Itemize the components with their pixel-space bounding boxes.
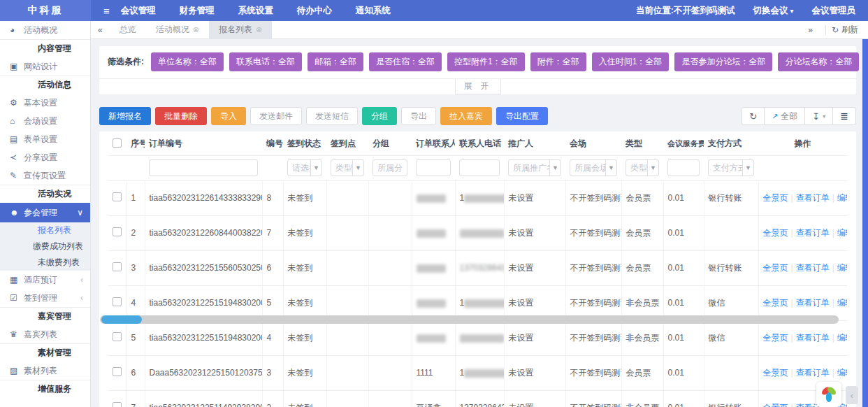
panorama-page-link[interactable]: 全景页 bbox=[763, 193, 788, 203]
sidebar-header-guest-management[interactable]: 嘉宾管理 bbox=[0, 307, 90, 325]
view-order-link[interactable]: 查看订单 bbox=[796, 333, 830, 343]
sidebar-header-material-management[interactable]: 素材管理 bbox=[0, 343, 90, 362]
tab-close-icon[interactable]: ⊗ bbox=[256, 25, 262, 34]
batch-delete-button[interactable]: 批量删除 bbox=[155, 107, 207, 125]
brand-float-button[interactable] bbox=[816, 382, 841, 407]
tab-registration-list[interactable]: 报名列表 ⊗ bbox=[209, 21, 272, 39]
refresh-table-icon[interactable]: ↻ bbox=[742, 108, 764, 124]
sidebar-header-content-management[interactable]: 内容管理 bbox=[0, 39, 90, 57]
panorama-page-link[interactable]: 全景页 bbox=[763, 228, 788, 238]
sidebar-item-website-design[interactable]: ▣ 网站设计 bbox=[0, 57, 90, 76]
send-email-button[interactable]: 发送邮件 bbox=[250, 107, 302, 125]
view-order-link[interactable]: 查看订单 bbox=[796, 298, 830, 308]
pay-method-filter-select[interactable]: 支付方式▼ bbox=[708, 159, 754, 176]
sidebar-item-share-settings[interactable]: ≺ 分享设置 bbox=[0, 148, 90, 166]
select-all-checkbox[interactable] bbox=[113, 138, 122, 148]
edit-link[interactable]: 编辑 bbox=[837, 193, 847, 203]
panorama-page-link[interactable]: 全景页 bbox=[763, 263, 788, 273]
filter-chip[interactable]: 附件：全部 bbox=[530, 52, 586, 71]
row-checkbox[interactable] bbox=[113, 192, 122, 201]
row-checkbox[interactable] bbox=[113, 402, 122, 407]
top-nav-item[interactable]: 会议管理 bbox=[121, 5, 156, 17]
sidebar-item-form-settings[interactable]: ▤ 表单设置 bbox=[0, 130, 90, 148]
column-settings-icon[interactable]: ≣ bbox=[832, 108, 855, 124]
edit-link[interactable]: 编辑 bbox=[837, 298, 847, 308]
sidebar-header-value-added[interactable]: 增值服务 bbox=[0, 380, 90, 398]
view-order-link[interactable]: 查看订单 bbox=[796, 263, 830, 273]
row-checkbox[interactable] bbox=[113, 262, 122, 271]
sidebar-item-basic-settings[interactable]: ⚙ 基本设置 bbox=[0, 94, 90, 112]
collapse-handle[interactable]: ‹ bbox=[846, 386, 858, 404]
filter-chip[interactable]: 单位名称：全部 bbox=[151, 52, 224, 71]
view-order-link[interactable]: 查看订单 bbox=[796, 228, 830, 238]
sidebar-item-hotel-booking[interactable]: ▦ 酒店预订 ‹ bbox=[0, 271, 90, 289]
top-nav-item[interactable]: 系统设置 bbox=[238, 5, 273, 17]
export-button[interactable]: 导出 bbox=[401, 107, 436, 125]
sidebar-subitem-registration-list[interactable]: 报名列表 bbox=[0, 222, 90, 238]
import-button[interactable]: 导入 bbox=[211, 107, 246, 125]
sidebar-item-flyer-settings[interactable]: ✎ 宣传页设置 bbox=[0, 166, 90, 185]
row-checkbox[interactable] bbox=[113, 227, 122, 236]
expand-filters-button[interactable]: 展 开 bbox=[455, 79, 501, 94]
sidebar-subitem-paid-list[interactable]: 缴费成功列表 bbox=[0, 238, 90, 255]
top-nav-item[interactable]: 通知系统 bbox=[356, 5, 391, 17]
filter-chip[interactable]: 是否参加分论坛：全部 bbox=[674, 52, 772, 71]
edit-link[interactable]: 编辑 bbox=[837, 228, 847, 238]
type-filter-select[interactable]: 类型▼ bbox=[625, 159, 659, 176]
phone-filter-input[interactable] bbox=[459, 159, 500, 176]
checkin-point-filter-select[interactable]: 类型▼ bbox=[331, 159, 364, 176]
admin-role-label[interactable]: 会议管理员 bbox=[812, 5, 856, 17]
horizontal-scrollbar[interactable] bbox=[100, 315, 839, 324]
panorama-page-link[interactable]: 全景页 bbox=[763, 403, 788, 407]
filter-chip[interactable]: 入住时间1：全部 bbox=[592, 52, 670, 71]
panorama-page-link[interactable]: 全景页 bbox=[763, 333, 788, 343]
checkin-status-filter-select[interactable]: 请选择▼ bbox=[287, 159, 322, 176]
refresh-tab-button[interactable]: ↻刷新 bbox=[832, 24, 868, 36]
tab-overview[interactable]: 总览 ⊗ bbox=[110, 21, 146, 39]
sidebar-item-guest-list[interactable]: ♛ 嘉宾列表 bbox=[0, 325, 90, 343]
top-nav-item[interactable]: 待办中心 bbox=[297, 5, 332, 17]
sidebar-item-venue-settings[interactable]: ⌂ 会场设置 bbox=[0, 112, 90, 130]
send-sms-button[interactable]: 发送短信 bbox=[306, 107, 358, 125]
horizontal-scrollbar-thumb[interactable] bbox=[101, 315, 142, 324]
group-button[interactable]: 分组 bbox=[362, 107, 397, 125]
view-order-link[interactable]: 查看订单 bbox=[796, 193, 830, 203]
top-nav-item[interactable]: 财务管理 bbox=[180, 5, 215, 17]
filter-chip[interactable]: 分论坛名称：全部 bbox=[778, 52, 859, 71]
vertical-scrollbar[interactable] bbox=[862, 39, 868, 407]
edit-link[interactable]: 编辑 bbox=[837, 333, 847, 343]
sidebar-header-activity-live[interactable]: 活动实况 bbox=[0, 185, 90, 203]
filter-chip[interactable]: 联系电话：全部 bbox=[229, 52, 302, 71]
edit-link[interactable]: 编辑 bbox=[837, 263, 847, 273]
pull-guest-button[interactable]: 拉入嘉宾 bbox=[440, 107, 492, 125]
filter-chip[interactable]: 控型附件1：全部 bbox=[447, 52, 525, 71]
view-order-link[interactable]: 查看订单 bbox=[796, 368, 830, 378]
add-registration-button[interactable]: 新增报名 bbox=[99, 107, 151, 125]
contact-filter-input[interactable] bbox=[416, 159, 451, 176]
row-checkbox[interactable] bbox=[113, 367, 122, 376]
venue-filter-select[interactable]: 所属会场▼ bbox=[570, 159, 617, 176]
sidebar-header-activity-info[interactable]: 活动信息 bbox=[0, 76, 90, 94]
tab-close-icon[interactable]: ⊗ bbox=[193, 25, 199, 34]
promoter-filter-select[interactable]: 所属推广者▼ bbox=[508, 159, 561, 176]
expand-all-button[interactable]: ↗全部 bbox=[764, 108, 804, 124]
export-columns-dropdown[interactable]: ↧▾ bbox=[804, 108, 832, 124]
group-filter-input[interactable] bbox=[372, 159, 407, 176]
fee-filter-input[interactable] bbox=[667, 159, 700, 176]
sidebar-item-attendee-management[interactable]: ☻ 参会管理 ∨ bbox=[0, 203, 90, 222]
switch-meeting-menu[interactable]: 切换会议▾ bbox=[753, 5, 793, 17]
tabs-scroll-left-icon[interactable]: « bbox=[91, 25, 110, 35]
edit-link[interactable]: 编辑 bbox=[837, 368, 847, 378]
sidebar-item-material-list[interactable]: ▨ 素材列表 bbox=[0, 362, 90, 380]
panorama-page-link[interactable]: 全景页 bbox=[763, 368, 788, 378]
sidebar-item-checkin-management[interactable]: ☑ 签到管理 ‹ bbox=[0, 289, 90, 307]
sidebar-subitem-unpaid-list[interactable]: 未缴费列表 bbox=[0, 255, 90, 271]
filter-chip[interactable]: 邮箱：全部 bbox=[308, 52, 363, 71]
tab-activity-overview[interactable]: 活动概况 ⊗ bbox=[146, 21, 209, 39]
tabs-scroll-right-icon[interactable]: » bbox=[801, 25, 820, 35]
hamburger-menu-icon[interactable]: ≡ bbox=[91, 5, 121, 17]
row-checkbox[interactable] bbox=[113, 297, 122, 306]
filter-chip[interactable]: 是否住宿：全部 bbox=[369, 52, 442, 71]
panorama-page-link[interactable]: 全景页 bbox=[763, 298, 788, 308]
export-config-button[interactable]: 导出配置 bbox=[496, 107, 548, 125]
